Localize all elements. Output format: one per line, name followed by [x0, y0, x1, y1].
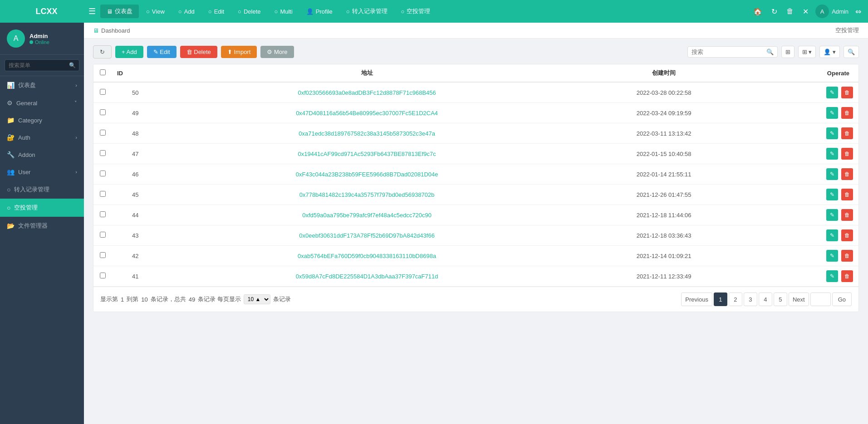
multi-nav-icon: ○ [275, 8, 278, 15]
row-checkbox-cell[interactable] [93, 246, 112, 266]
row-checkbox-cell[interactable] [93, 82, 112, 103]
select-all-checkbox[interactable] [100, 69, 106, 75]
edit-button[interactable]: ✎ Edit [147, 46, 177, 58]
row-checkbox-5[interactable] [100, 191, 106, 197]
row-checkbox-9[interactable] [100, 273, 106, 278]
user-info[interactable]: A Admin [815, 5, 848, 18]
row-checkbox-7[interactable] [100, 232, 106, 238]
row-checkbox-0[interactable] [100, 89, 106, 95]
sidebar-menu: 📊 仪表盘 › ⚙ General ˅ 📁 Category [0, 76, 84, 424]
prev-button[interactable]: Previous [681, 292, 712, 306]
sidebar-item-addon[interactable]: 🔧 Addon [0, 146, 84, 163]
page-size-select[interactable]: 10 ▲ 20 50 [244, 294, 270, 304]
row-delete-button-9[interactable]: 🗑 [841, 270, 853, 282]
grid-view-button[interactable]: ⊞ [781, 46, 794, 58]
page-4-button[interactable]: 4 [759, 292, 772, 306]
row-edit-button-9[interactable]: ✎ [826, 270, 838, 282]
page-2-button[interactable]: 2 [729, 292, 742, 306]
nav-delete[interactable]: ○ Delete [231, 5, 267, 18]
page-jump-input[interactable] [810, 292, 831, 306]
sidebar-search-icon[interactable]: 🔍 [69, 62, 76, 68]
sidebar-search-input[interactable] [5, 59, 79, 71]
filter-button[interactable]: 🔍 [843, 46, 859, 58]
trash-icon[interactable]: 🗑 [784, 5, 796, 18]
column-toggle-button[interactable]: 👤 ▾ [819, 46, 840, 58]
row-delete-button-4[interactable]: 🗑 [841, 168, 853, 180]
row-delete-button-1[interactable]: 🗑 [841, 107, 853, 119]
nav-view[interactable]: ○ View [140, 5, 171, 18]
row-checkbox-8[interactable] [100, 252, 106, 258]
more-button[interactable]: ⚙ More [260, 46, 294, 58]
row-checkbox-cell[interactable] [93, 164, 112, 185]
row-delete-button-7[interactable]: 🗑 [841, 229, 853, 241]
row-address: 0xab5764bEFa760D59f0cb9048338163110bD869… [159, 246, 574, 266]
row-checkbox-2[interactable] [100, 130, 106, 136]
nav-edit[interactable]: ○ Edit [202, 5, 230, 18]
page-5-button[interactable]: 5 [774, 292, 787, 306]
row-edit-button-7[interactable]: ✎ [826, 229, 838, 241]
search-icon[interactable]: 🔍 [766, 49, 774, 55]
sidebar-item-auth[interactable]: 🔐 Auth › [0, 129, 84, 146]
expand-icon[interactable]: ⇔ [853, 5, 863, 18]
delete-button[interactable]: 🗑 Delete [180, 46, 217, 58]
page-3-button[interactable]: 3 [744, 292, 757, 306]
row-edit-button-0[interactable]: ✎ [826, 87, 838, 98]
sidebar-item-filemanager[interactable]: 📂 文件管理器 [0, 217, 84, 235]
row-checkbox-cell[interactable] [93, 185, 112, 205]
row-edit-button-5[interactable]: ✎ [826, 189, 838, 200]
nav-profile[interactable]: 👤 Profile [300, 5, 339, 18]
nav-add[interactable]: ○ Add [172, 5, 201, 18]
list-view-button[interactable]: ⊞ ▾ [798, 46, 816, 58]
go-button[interactable]: Go [832, 292, 852, 306]
row-checkbox-cell[interactable] [93, 123, 112, 144]
row-delete-button-0[interactable]: 🗑 [841, 87, 853, 98]
row-edit-button-8[interactable]: ✎ [826, 250, 838, 262]
sidebar-item-general[interactable]: ⚙ General ˅ [0, 94, 84, 112]
row-delete-button-6[interactable]: 🗑 [841, 209, 853, 221]
row-checkbox-cell[interactable] [93, 266, 112, 287]
row-edit-button-4[interactable]: ✎ [826, 168, 838, 180]
row-id: 48 [112, 123, 159, 144]
row-edit-button-2[interactable]: ✎ [826, 127, 838, 139]
table-row: 50 0xf0230566693a0e8adDB3Fc12d8878F71c96… [93, 82, 858, 103]
nav-dashboard[interactable]: 🖥 仪表盘 [100, 5, 139, 18]
row-delete-button-2[interactable]: 🗑 [841, 127, 853, 139]
row-checkbox-cell[interactable] [93, 205, 112, 225]
nav-transfer[interactable]: ○ 转入记录管理 [340, 5, 394, 18]
nav-airdrop[interactable]: ○ 空投管理 [395, 5, 437, 18]
sidebar-item-airdrop[interactable]: ○ 空投管理 [0, 199, 84, 217]
row-checkbox-cell[interactable] [93, 103, 112, 123]
row-ops: ✎ 🗑 [753, 246, 858, 266]
sidebar-item-user[interactable]: 👥 User › [0, 163, 84, 180]
nav-multi[interactable]: ○ Multi [268, 5, 299, 18]
refresh-button[interactable]: ↻ [93, 45, 112, 58]
row-edit-button-3[interactable]: ✎ [826, 148, 838, 160]
search-input[interactable] [691, 49, 764, 55]
import-button[interactable]: ⬆ Import [221, 46, 257, 58]
breadcrumb-label: Dashboard [101, 27, 130, 34]
row-checkbox-1[interactable] [100, 109, 106, 115]
admin-name: Admin [832, 8, 848, 15]
row-checkbox-3[interactable] [100, 150, 106, 156]
add-button[interactable]: + Add [115, 46, 143, 58]
sidebar-item-dashboard[interactable]: 📊 仪表盘 › [0, 76, 84, 94]
row-checkbox-cell[interactable] [93, 225, 112, 246]
row-checkbox-4[interactable] [100, 171, 106, 176]
row-delete-button-5[interactable]: 🗑 [841, 189, 853, 200]
next-button[interactable]: Next [789, 292, 809, 306]
hamburger-icon[interactable]: ☰ [88, 6, 96, 16]
page-1-button[interactable]: 1 [714, 292, 727, 306]
sidebar-item-transfer[interactable]: ○ 转入记录管理 [0, 180, 84, 199]
sidebar-item-category[interactable]: 📁 Category [0, 112, 84, 129]
row-delete-button-3[interactable]: 🗑 [841, 148, 853, 160]
home-icon[interactable]: 🏠 [751, 5, 765, 18]
row-edit-button-1[interactable]: ✎ [826, 107, 838, 119]
row-delete-button-8[interactable]: 🗑 [841, 250, 853, 262]
select-all-header[interactable] [93, 64, 112, 82]
close-icon[interactable]: ✕ [800, 5, 811, 18]
row-checkbox-cell[interactable] [93, 144, 112, 164]
row-edit-button-6[interactable]: ✎ [826, 209, 838, 221]
table-row: 48 0xa71edc38d189767582c38a3145b5873052c… [93, 123, 858, 144]
row-checkbox-6[interactable] [100, 211, 106, 217]
refresh-icon[interactable]: ↻ [769, 5, 780, 18]
